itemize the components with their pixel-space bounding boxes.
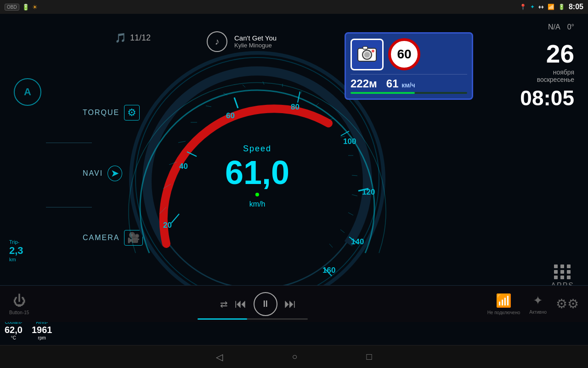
power-button[interactable]: ⏻ xyxy=(13,293,26,308)
wifi-icon: 📶 xyxy=(496,293,512,308)
power-label: Button-15 xyxy=(9,310,29,315)
play-pause-button[interactable]: ⏸ xyxy=(254,292,277,316)
track-counter: 🎵 11/12 xyxy=(115,32,151,43)
music-artist: Kylie Minogue xyxy=(234,42,277,49)
prev-button[interactable]: ⏮ xyxy=(235,297,247,311)
trip-label: Trip- xyxy=(9,239,23,245)
recent-button[interactable]: □ xyxy=(367,351,372,362)
track-number: 11/12 xyxy=(130,33,151,43)
camera-sign-icon xyxy=(351,39,384,70)
speed-value: 61,0 xyxy=(225,156,289,189)
camera-speed: 61 км/ч xyxy=(386,77,415,90)
battery-icon: 🔋 xyxy=(22,4,29,11)
coolant-unit: °C xyxy=(5,335,23,340)
trip-unit: km xyxy=(9,257,23,262)
bottom-controls: ⏻ Button-15 ⇄ ⏮ ⏸ ⏭ 📶 Не подключено ✦ Ак… xyxy=(0,285,588,322)
bluetooth-control: ✦ Активно xyxy=(529,293,547,315)
status-bar: OBD 🔋 ☀ 📍 ✦ ♦♦ 📶 🔋 8:05 xyxy=(0,0,588,14)
shuffle-button[interactable]: ⇄ xyxy=(220,299,228,310)
bluetooth-icon: ✦ xyxy=(533,293,543,308)
wifi-label: Не подключено xyxy=(487,310,520,315)
revs-gauge: Revs- 1961 rpm xyxy=(32,320,52,340)
media-controls: ⇄ ⏮ ⏸ ⏭ xyxy=(220,292,296,316)
revs-value: 1961 xyxy=(32,325,52,335)
speed-limit-value: 60 xyxy=(397,47,411,62)
camera-data: 222м 61 км/ч xyxy=(351,74,467,90)
svg-point-34 xyxy=(364,52,370,58)
battery-status-icon: 🔋 xyxy=(558,4,565,10)
speed-label: Speed xyxy=(225,144,289,154)
date-weekday: воскресенье xyxy=(520,76,574,83)
status-right: 📍 ✦ ♦♦ 📶 🔋 8:05 xyxy=(520,3,583,11)
music-note-icon: ♪ xyxy=(207,31,227,52)
navi-label: NAVI xyxy=(83,169,103,178)
camera-distance: 222м xyxy=(351,77,377,90)
bluetooth-status-icon: ✦ xyxy=(530,4,535,10)
right-controls: 📶 Не подключено ✦ Активно ⚙⚙ xyxy=(487,293,579,315)
obd-icon: OBD xyxy=(5,4,19,11)
revs-unit: rpm xyxy=(32,335,52,340)
wifi-control: 📶 Не подключено xyxy=(487,293,520,315)
speed-limit-sign: 60 xyxy=(388,38,420,70)
trip-info: Trip- 2,3 km xyxy=(9,239,23,262)
status-left: OBD 🔋 ☀ xyxy=(5,4,38,11)
camera-overlay: 60 222м 61 км/ч xyxy=(345,32,473,100)
music-info: Can't Get You Kylie Minogue xyxy=(234,34,277,49)
status-time: 8:05 xyxy=(569,3,583,11)
home-button[interactable]: ○ xyxy=(292,351,297,362)
bottom-gauges: Coolant- 62,0 °C Revs- 1961 rpm xyxy=(5,320,52,340)
camera-distance-section: 222м xyxy=(351,77,377,90)
signal-icon: ♦♦ xyxy=(538,4,544,10)
speed-display: Speed 61,0 km/h xyxy=(225,144,289,208)
nav-bar: ◁ ○ □ xyxy=(0,345,588,368)
speed-dot xyxy=(255,193,259,196)
trip-value: 2,3 xyxy=(9,245,23,257)
back-button[interactable]: ◁ xyxy=(216,351,223,362)
settings-icon: ⚙⚙ xyxy=(556,296,579,311)
bluetooth-label: Активно xyxy=(529,310,547,315)
svg-point-36 xyxy=(372,50,374,52)
clock-display: 08:05 xyxy=(520,86,574,110)
camera-progress-track xyxy=(351,92,467,94)
camera-speed-section: 61 км/ч xyxy=(386,77,415,90)
svg-rect-35 xyxy=(363,46,368,49)
camera-progress-fill xyxy=(351,92,415,94)
auto-label: A xyxy=(14,78,41,106)
next-button[interactable]: ⏭ xyxy=(284,297,296,311)
media-progress xyxy=(198,318,308,320)
coolant-gauge: Coolant- 62,0 °C xyxy=(5,320,23,340)
media-progress-fill xyxy=(198,318,247,320)
settings-control[interactable]: ⚙⚙ xyxy=(556,296,579,311)
wifi-status-icon: 📶 xyxy=(548,4,554,10)
sun-icon: ☀ xyxy=(32,4,38,11)
music-icon-left: 🎵 xyxy=(115,32,126,43)
location-icon: 📍 xyxy=(520,4,526,10)
coolant-value: 62,0 xyxy=(5,325,23,335)
speed-unit: km/h xyxy=(225,200,289,208)
dashboard: A TORQUE ⚙ NAVI ➤ CAMERA 🎥 Trip- 2,3 km xyxy=(0,14,588,345)
apps-grid-icon xyxy=(554,264,571,279)
date-month: ноября xyxy=(520,69,574,76)
music-title: Can't Get You xyxy=(234,34,277,42)
camera-overlay-inner: 60 xyxy=(351,38,467,70)
